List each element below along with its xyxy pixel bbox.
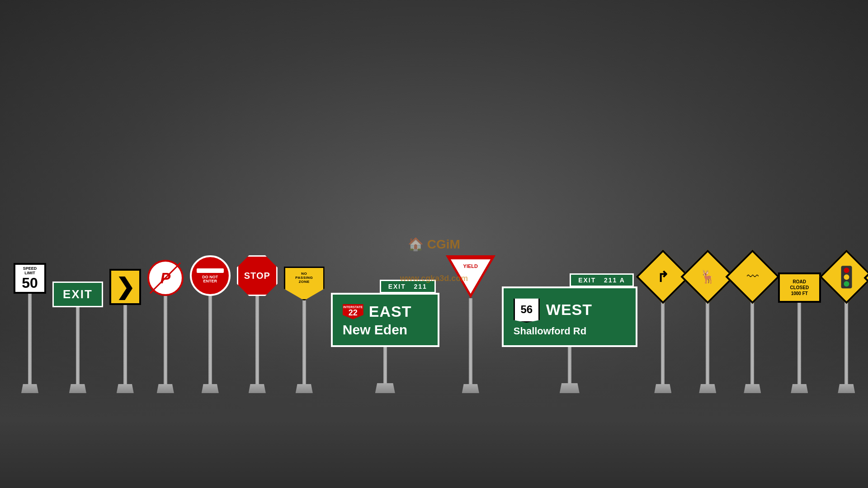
do-not-enter-sign-unit: DO NOTENTER xyxy=(190,255,231,393)
highway-56-sign-unit: EXIT 211 A 56 WEST Shallowford Rd xyxy=(502,273,637,393)
speed-limit-sign-unit: SPEEDLIMIT 50 xyxy=(14,263,46,393)
slippery-sign: 〰 xyxy=(725,249,779,304)
pole-base-no-parking xyxy=(157,384,174,393)
hw56-row1: 56 WEST xyxy=(514,296,626,323)
highway-22-main-sign: INTERSTATE 22 EAST New Eden xyxy=(331,293,439,347)
scene: 🏠 CGiM www.cgka3d.com SPEEDLIMIT 50 EXIT… xyxy=(0,0,868,488)
pole-hw22 xyxy=(383,347,387,383)
yield-sign-wrapper: YIELD xyxy=(446,255,495,298)
traffic-light-sign xyxy=(819,249,868,304)
traffic-light-sign-unit xyxy=(827,258,866,393)
pole-curve-right xyxy=(661,296,665,384)
pole-speed-limit xyxy=(28,294,32,384)
pole-do-not-enter xyxy=(208,296,212,384)
interstate-number: 22 xyxy=(349,309,358,317)
yield-sign-unit: YIELD xyxy=(446,255,495,393)
dne-bar xyxy=(197,268,224,273)
yield-text: YIELD xyxy=(463,263,478,269)
pole-deer xyxy=(706,296,709,384)
watermark-line1: 🏠 CGiM xyxy=(408,237,460,252)
hw56-street: Shallowford Rd xyxy=(514,325,626,337)
parking-letter: P xyxy=(160,269,170,287)
no-passing-sign-unit: NOPASSINGZONE xyxy=(284,267,325,393)
chevron-arrow: ❯ xyxy=(116,274,135,300)
pole-exit-small xyxy=(76,307,80,384)
pole-road-closed xyxy=(797,303,801,384)
pole-base-slippery xyxy=(744,384,761,393)
pole-no-parking xyxy=(164,296,167,384)
traffic-light-icon xyxy=(841,266,852,288)
pole-yield xyxy=(469,298,472,384)
no-parking-sign-unit: P xyxy=(147,260,184,393)
pole-slippery xyxy=(750,296,754,384)
us-route-shield: 56 xyxy=(514,296,540,323)
speed-limit-sign: SPEEDLIMIT 50 xyxy=(14,263,46,294)
road-closed-sign-unit: ROADCLOSED1000 FT xyxy=(778,272,821,393)
chevron-sign: ❯ xyxy=(109,269,141,305)
deer-icon: 🦌 xyxy=(700,269,716,284)
chevron-sign-unit: ❯ xyxy=(109,269,141,393)
exit-small-sign-unit: EXIT xyxy=(52,282,103,393)
hw22-city1: New Eden xyxy=(343,322,428,337)
pole-base-hw56 xyxy=(560,383,580,393)
speed-limit-number: 50 xyxy=(18,276,42,290)
pole-base-road-closed xyxy=(791,384,808,393)
pole-base-no-passing xyxy=(296,384,313,393)
no-parking-sign: P xyxy=(147,260,184,296)
hw56-direction: WEST xyxy=(546,301,592,319)
highway-56-main-sign: 56 WEST Shallowford Rd xyxy=(502,286,637,347)
tl-amber xyxy=(844,274,849,280)
stop-sign: STOP xyxy=(237,255,278,296)
hw22-row1: INTERSTATE 22 EAST xyxy=(343,303,428,320)
slippery-sign-unit: 〰 xyxy=(733,258,772,393)
deer-sign-unit: 🦌 xyxy=(689,258,727,393)
exit-211-tab: EXIT 211 xyxy=(380,280,436,293)
interstate-shield: INTERSTATE 22 xyxy=(343,304,363,319)
road-closed-text: ROADCLOSED1000 FT xyxy=(790,279,809,296)
slippery-icon: 〰 xyxy=(746,270,758,284)
road-closed-sign: ROADCLOSED1000 FT xyxy=(778,272,821,303)
pole-traffic-light xyxy=(844,296,848,384)
no-passing-sign: NOPASSINGZONE xyxy=(284,267,325,300)
pole-base-exit-small xyxy=(69,384,86,393)
pole-base-chevron xyxy=(117,384,134,393)
pole-stop xyxy=(255,296,259,384)
pole-hw56 xyxy=(568,347,571,383)
tl-red xyxy=(844,267,849,273)
pole-chevron xyxy=(123,305,127,384)
curve-right-sign-unit: ↱ xyxy=(644,258,682,393)
hw22-direction: EAST xyxy=(369,303,412,320)
pole-base-do-not-enter xyxy=(202,384,219,393)
tl-green xyxy=(844,281,849,286)
pole-base-speed-limit xyxy=(21,384,38,393)
pole-base-yield xyxy=(462,384,479,393)
highway-22-sign-unit: EXIT 211 INTERSTATE 22 EAST New Eden xyxy=(331,280,439,393)
pole-base-hw22 xyxy=(375,383,395,393)
exit-small-sign: EXIT xyxy=(52,282,103,307)
no-passing-text: NOPASSINGZONE xyxy=(295,272,313,284)
dne-text: DO NOTENTER xyxy=(202,275,218,283)
stop-sign-unit: STOP xyxy=(237,255,278,393)
pole-no-passing xyxy=(302,300,306,384)
pole-base-traffic-light xyxy=(838,384,855,393)
pole-base-stop xyxy=(249,384,266,393)
curve-right-arrow: ↱ xyxy=(657,268,669,286)
pole-base-curve-right xyxy=(654,384,671,393)
exit-211a-tab: EXIT 211 A xyxy=(570,273,634,287)
do-not-enter-sign: DO NOTENTER xyxy=(190,255,231,296)
pole-base-deer xyxy=(699,384,716,393)
